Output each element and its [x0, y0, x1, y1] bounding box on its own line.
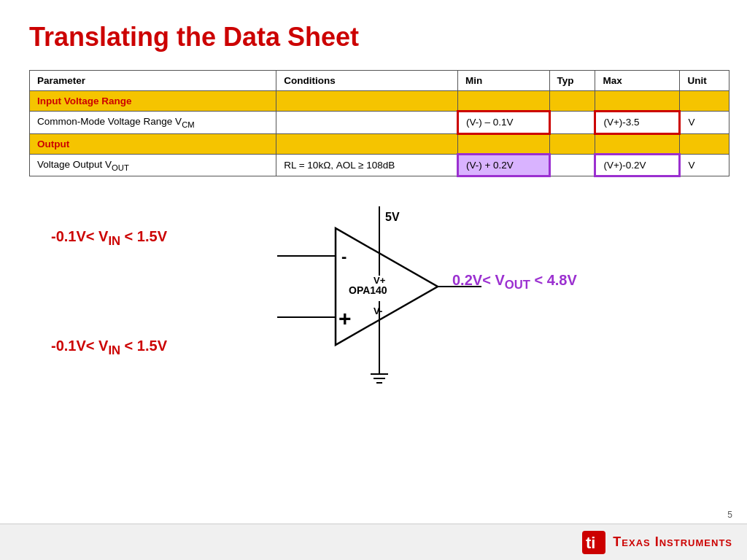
cell-typ: [549, 133, 595, 154]
cell-min: [457, 91, 549, 112]
cell-max: (V+)-3.5: [595, 112, 680, 134]
table-row: Common-Mode Voltage Range VCM (V-) – 0.1…: [30, 112, 729, 134]
svg-text:5V: 5V: [385, 211, 400, 223]
opamp-diagram: 5V - + OPA140 V+ V-: [263, 206, 496, 413]
svg-text:ti: ti: [586, 534, 595, 552]
ti-logo-text: Texas Instruments: [613, 534, 732, 550]
cell-conditions: [276, 91, 458, 112]
cell-max: [595, 133, 680, 154]
svg-text:+: +: [338, 306, 352, 330]
cell-min: (V-) – 0.1V: [457, 112, 549, 134]
cell-unit: [680, 91, 729, 112]
subscript-out: OUT: [112, 163, 129, 171]
opamp-svg: 5V - + OPA140 V+ V-: [263, 206, 496, 411]
data-table: Parameter Conditions Min Typ Max Unit In…: [29, 70, 729, 177]
subscript-in-top: IN: [108, 234, 120, 248]
ti-logo-icon: ti: [581, 529, 607, 556]
cell-unit: V: [680, 112, 729, 134]
col-header-max: Max: [595, 71, 680, 91]
label-vin-top: -0.1V< VIN < 1.5V: [51, 228, 167, 249]
col-header-parameter: Parameter: [30, 71, 276, 91]
page-number: 5: [727, 510, 732, 520]
col-header-unit: Unit: [680, 71, 729, 91]
svg-text:-: -: [341, 247, 347, 265]
page-title: Translating the Data Sheet: [29, 22, 718, 52]
cell-typ: [549, 91, 595, 112]
cell-conditions: RL = 10kΩ, AOL ≥ 108dB: [276, 154, 458, 176]
table-row: Voltage Output VOUT RL = 10kΩ, AOL ≥ 108…: [30, 154, 729, 176]
svg-text:V+: V+: [374, 275, 386, 286]
cell-typ: [549, 154, 595, 176]
cell-conditions: [276, 133, 458, 154]
diagram-area: -0.1V< VIN < 1.5V -0.1V< VIN < 1.5V 0.2V…: [29, 192, 718, 425]
cell-max: [595, 91, 680, 112]
cell-max: (V+)-0.2V: [595, 154, 680, 176]
cell-conditions: [276, 112, 458, 134]
cell-parameter: Common-Mode Voltage Range VCM: [30, 112, 276, 134]
subscript-in-bottom: IN: [108, 343, 120, 357]
cell-unit: V: [680, 154, 729, 176]
subscript-out-label: OUT: [505, 278, 530, 292]
slide: Translating the Data Sheet Parameter Con…: [0, 0, 747, 560]
col-header-conditions: Conditions: [276, 71, 458, 91]
cell-typ: [549, 112, 595, 134]
cell-parameter: Output: [30, 133, 276, 154]
cell-parameter: Input Voltage Range: [30, 91, 276, 112]
cell-unit: [680, 133, 729, 154]
footer: ti Texas Instruments: [0, 524, 747, 560]
table-row: Input Voltage Range: [30, 91, 729, 112]
col-header-min: Min: [457, 71, 549, 91]
cell-min: (V-) + 0.2V: [457, 154, 549, 176]
cell-parameter: Voltage Output VOUT: [30, 154, 276, 176]
col-header-typ: Typ: [549, 71, 595, 91]
label-vin-bottom: -0.1V< VIN < 1.5V: [51, 338, 167, 358]
cell-min: [457, 133, 549, 154]
table-row: Output: [30, 133, 729, 154]
subscript-cm: CM: [182, 120, 195, 129]
svg-text:OPA140: OPA140: [349, 284, 387, 296]
ti-logo: ti Texas Instruments: [581, 529, 732, 556]
svg-text:V-: V-: [374, 306, 382, 316]
